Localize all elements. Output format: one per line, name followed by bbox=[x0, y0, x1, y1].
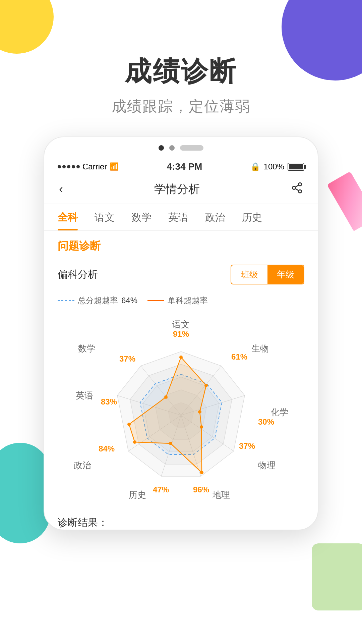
svg-point-2 bbox=[299, 190, 302, 193]
svg-point-43 bbox=[200, 471, 203, 474]
toggle-class[interactable]: 班级 bbox=[231, 265, 267, 284]
battery-percent: 100% bbox=[264, 162, 284, 171]
radar-grid bbox=[117, 352, 245, 476]
diagnosis-label: 诊断结果： bbox=[58, 517, 108, 528]
radar-chart: 语文 91% 生物 61% 化学 30% 物理 37% 地理 96% 历史 47… bbox=[57, 318, 305, 506]
legend-total-label: 总分超越率 bbox=[78, 295, 118, 306]
status-right: 🔒 100% bbox=[250, 162, 304, 171]
phone-mockup: Carrier 📶 4:34 PM 🔒 100% ‹ 学情分析 bbox=[44, 137, 318, 530]
tab-chinese[interactable]: 语文 bbox=[95, 211, 115, 230]
svg-line-3 bbox=[295, 189, 299, 191]
hero-subtitle: 成绩跟踪，定位薄弱 bbox=[0, 97, 362, 116]
svg-point-47 bbox=[164, 395, 168, 399]
battery-icon bbox=[288, 163, 304, 171]
battery-fill bbox=[289, 164, 303, 169]
svg-point-0 bbox=[299, 183, 302, 186]
svg-point-39 bbox=[179, 356, 183, 359]
svg-text:61%: 61% bbox=[231, 352, 247, 361]
legend-subject: 单科超越率 bbox=[147, 295, 208, 306]
legend-orange-line bbox=[147, 300, 164, 301]
status-time: 4:34 PM bbox=[167, 161, 202, 172]
legend-total-value: 64% bbox=[121, 296, 137, 305]
svg-point-1 bbox=[293, 186, 296, 190]
section-title-problem: 问题诊断 bbox=[44, 231, 318, 259]
tab-politics[interactable]: 政治 bbox=[205, 211, 225, 230]
legend-blue-line bbox=[58, 300, 74, 301]
dot-2 bbox=[169, 145, 175, 151]
legend-total: 总分超越率 64% bbox=[58, 295, 137, 306]
share-button[interactable] bbox=[291, 182, 303, 197]
svg-text:96%: 96% bbox=[193, 485, 209, 494]
carrier-label: Carrier bbox=[82, 162, 107, 171]
pagination bbox=[44, 137, 318, 156]
svg-text:英语: 英语 bbox=[76, 390, 93, 400]
svg-point-46 bbox=[127, 423, 131, 426]
status-left: Carrier 📶 bbox=[58, 162, 119, 171]
svg-text:84%: 84% bbox=[99, 444, 115, 453]
svg-point-45 bbox=[133, 440, 136, 444]
tab-math[interactable]: 数学 bbox=[131, 211, 152, 230]
legend: 总分超越率 64% 单科超越率 bbox=[44, 290, 318, 311]
hero-title: 成绩诊断 bbox=[0, 54, 362, 90]
svg-text:生物: 生物 bbox=[251, 343, 269, 354]
svg-text:47%: 47% bbox=[153, 485, 169, 494]
tab-bar: 全科 语文 数学 英语 政治 历史 bbox=[44, 204, 318, 231]
dot-1 bbox=[159, 145, 164, 151]
dot-3 bbox=[180, 145, 203, 151]
svg-text:37%: 37% bbox=[119, 354, 135, 363]
svg-point-40 bbox=[204, 384, 208, 387]
svg-text:数学: 数学 bbox=[78, 343, 96, 354]
signal-icon bbox=[58, 165, 80, 168]
tab-all[interactable]: 全科 bbox=[58, 211, 78, 230]
legend-subject-label: 单科超越率 bbox=[168, 295, 208, 306]
svg-text:历史: 历史 bbox=[129, 490, 146, 500]
tab-history[interactable]: 历史 bbox=[242, 211, 262, 230]
radar-chart-container: 语文 91% 生物 61% 化学 30% 物理 37% 地理 96% 历史 47… bbox=[44, 311, 318, 509]
svg-text:91%: 91% bbox=[173, 329, 189, 338]
svg-text:地理: 地理 bbox=[212, 490, 230, 500]
status-bar: Carrier 📶 4:34 PM 🔒 100% bbox=[44, 156, 318, 175]
back-button[interactable]: ‹ bbox=[59, 182, 63, 196]
analysis-header: 偏科分析 班级 年级 bbox=[44, 259, 318, 290]
svg-point-41 bbox=[198, 410, 201, 414]
lock-icon: 🔒 bbox=[250, 162, 260, 171]
svg-text:30%: 30% bbox=[258, 417, 274, 426]
svg-text:语文: 语文 bbox=[172, 319, 190, 329]
tab-english[interactable]: 英语 bbox=[168, 211, 188, 230]
svg-text:物理: 物理 bbox=[258, 460, 276, 470]
toggle-group: 班级 年级 bbox=[231, 265, 304, 284]
svg-text:化学: 化学 bbox=[271, 407, 288, 417]
svg-point-42 bbox=[200, 425, 203, 429]
svg-line-4 bbox=[295, 185, 299, 187]
diagnosis-section: 诊断结果： bbox=[44, 509, 318, 530]
nav-bar: ‹ 学情分析 bbox=[44, 175, 318, 204]
hero-section: 成绩诊断 成绩跟踪，定位薄弱 bbox=[0, 0, 362, 137]
svg-text:37%: 37% bbox=[239, 441, 255, 450]
wifi-icon: 📶 bbox=[110, 162, 119, 171]
battery-bar bbox=[288, 163, 304, 171]
nav-title: 学情分析 bbox=[154, 181, 200, 197]
svg-text:政治: 政治 bbox=[74, 460, 91, 470]
bg-green-shape bbox=[312, 543, 362, 610]
toggle-grade[interactable]: 年级 bbox=[267, 265, 304, 284]
analysis-label: 偏科分析 bbox=[58, 268, 98, 281]
phone-mockup-wrapper: Carrier 📶 4:34 PM 🔒 100% ‹ 学情分析 bbox=[0, 137, 362, 530]
svg-text:83%: 83% bbox=[101, 397, 117, 406]
svg-point-44 bbox=[169, 442, 172, 445]
